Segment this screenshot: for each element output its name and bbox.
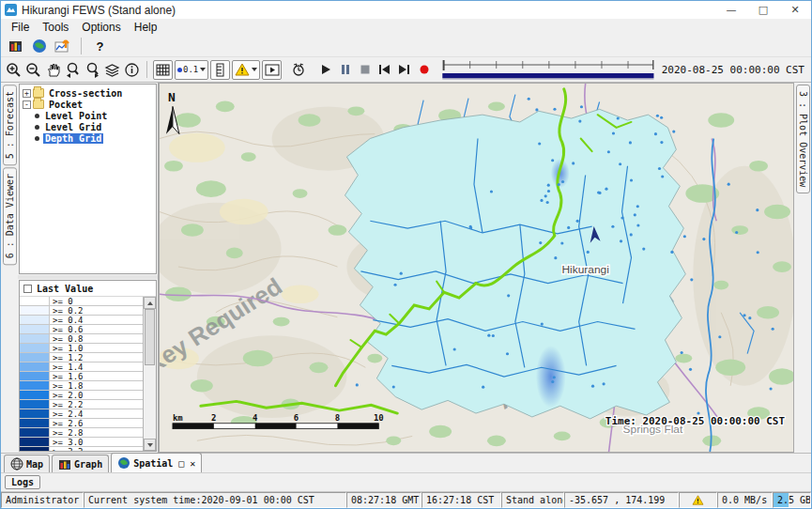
- animation-player-icon[interactable]: [262, 60, 282, 80]
- panel-close-icon[interactable]: ✕: [190, 458, 195, 469]
- menu-file[interactable]: File: [5, 20, 36, 35]
- maximize-icon[interactable]: □: [747, 1, 779, 19]
- legend-row: >= 0.6: [20, 325, 143, 334]
- thresholds-warning-dropdown[interactable]: [232, 60, 260, 80]
- tab-map[interactable]: Map: [4, 455, 50, 472]
- play-button[interactable]: [315, 60, 335, 80]
- map-canvas[interactable]: API Key Required API Key Required: [160, 84, 793, 452]
- legend-label: >= 0.2: [50, 306, 143, 315]
- last-value-checkbox[interactable]: [23, 285, 32, 293]
- explorer-icon[interactable]: [6, 37, 25, 56]
- status-warning-cell[interactable]: [679, 492, 717, 508]
- legend-label: >= 1.6: [50, 372, 143, 380]
- left-tab-strip: 5 : Forecast 6 : Data Viewer: [1, 83, 18, 453]
- legend-label: >= 0.6: [50, 325, 143, 333]
- bar-chart-icon: [58, 458, 71, 470]
- zoom-previous-icon[interactable]: [63, 60, 83, 80]
- legend-label: >= 1.2: [50, 353, 143, 362]
- warning-icon: [235, 63, 250, 76]
- zoom-in-icon[interactable]: [4, 60, 23, 80]
- scroll-up-icon[interactable]: [144, 297, 156, 309]
- minimize-icon[interactable]: —: [715, 1, 747, 19]
- time-slider[interactable]: [441, 58, 655, 81]
- tree-item-label: Cross-section: [47, 88, 124, 99]
- panel-splitter[interactable]: [18, 275, 158, 279]
- tree-item-label: Level Point: [43, 111, 109, 121]
- globe-icon: [117, 456, 130, 470]
- tab-data-viewer[interactable]: 6 : Data Viewer: [3, 167, 17, 265]
- grid-layer-icon[interactable]: [153, 60, 173, 80]
- legend-swatch: [20, 344, 50, 352]
- gauge-scale-icon[interactable]: [210, 60, 230, 80]
- pause-button[interactable]: [335, 60, 355, 80]
- legend-row: >= 1.8: [20, 381, 143, 391]
- tab-forecast[interactable]: 5 : Forecast: [3, 85, 17, 165]
- legend-label: >= 2.6: [50, 419, 143, 427]
- chevron-down-icon: [200, 68, 206, 71]
- app-toolbar: ?: [1, 36, 811, 57]
- logs-button[interactable]: Logs: [5, 475, 40, 489]
- legend-scrollbar[interactable]: [143, 297, 156, 451]
- tab-label: Spatial: [133, 458, 173, 469]
- expand-icon[interactable]: +: [23, 89, 31, 98]
- legend-row: >= 3.2: [20, 447, 143, 451]
- tab-graph[interactable]: Graph: [52, 455, 109, 472]
- menu-tools[interactable]: Tools: [36, 20, 75, 35]
- panel-maximize-icon[interactable]: □: [178, 458, 184, 469]
- legend-swatch: [20, 372, 50, 380]
- scroll-track[interactable]: [144, 309, 156, 439]
- dot-icon: [177, 68, 182, 72]
- contour-threshold-dropdown[interactable]: 0.1: [175, 60, 208, 80]
- step-forward-button[interactable]: [394, 60, 414, 80]
- record-button[interactable]: [414, 60, 434, 80]
- scroll-down-icon[interactable]: [144, 439, 156, 451]
- legend-swatch: [20, 438, 50, 446]
- layers-tree: + Cross-section - Pocket Level Point: [19, 84, 157, 274]
- menu-help[interactable]: Help: [128, 20, 164, 35]
- legend-label: >= 0: [50, 297, 143, 305]
- legend-rows: >= 0 >= 0.2 >= 0.4 >= 0.6 >= 0.8 >= 1.0 …: [20, 297, 143, 451]
- status-mode: Stand alone: [501, 492, 564, 508]
- tree-item-label: Level Grid: [43, 122, 103, 132]
- status-coordinates: -35.657 , 174.199: [564, 492, 679, 508]
- legend-swatch: [20, 316, 50, 324]
- svg-text:km: km: [173, 413, 183, 423]
- help-button[interactable]: ?: [90, 37, 110, 56]
- animation-clock-icon[interactable]: [288, 60, 308, 80]
- legend-row: >= 0.8: [20, 334, 143, 344]
- legend-row: >= 1.0: [20, 344, 143, 353]
- legend-row: >= 0.4: [20, 316, 143, 325]
- legend-row: >= 1.6: [20, 372, 143, 381]
- title-bar[interactable]: Hikurangi FEWS (Stand alone) — □ ✕: [1, 1, 811, 19]
- tab-plot-overview[interactable]: 3 : Plot Overview: [796, 85, 810, 193]
- collapse-icon[interactable]: -: [23, 100, 31, 109]
- memory-label: 2.5 GB: [777, 495, 811, 505]
- tree-item-level-grid[interactable]: Level Grid: [20, 121, 156, 132]
- spatial-display-icon[interactable]: [53, 37, 72, 56]
- pan-hand-icon[interactable]: [43, 60, 63, 80]
- globe-icon[interactable]: [29, 37, 49, 56]
- legend-swatch: [20, 306, 50, 315]
- legend-label: >= 0.8: [50, 334, 143, 343]
- stop-button[interactable]: [355, 60, 375, 80]
- legend-swatch: [20, 334, 50, 343]
- tree-item-depth-grid[interactable]: Depth Grid: [20, 132, 156, 144]
- close-icon[interactable]: ✕: [779, 1, 811, 19]
- tree-item-pocket[interactable]: - Pocket: [20, 99, 156, 110]
- legend-swatch: [20, 409, 50, 418]
- chevron-down-icon: [252, 68, 257, 71]
- info-icon[interactable]: [122, 60, 142, 80]
- scroll-thumb[interactable]: [145, 309, 155, 365]
- step-back-button[interactable]: [375, 60, 394, 80]
- legend-row: >= 0.2: [20, 306, 143, 316]
- zoom-next-icon[interactable]: [83, 60, 102, 80]
- menu-options[interactable]: Options: [75, 20, 127, 35]
- tab-spatial[interactable]: Spatial □ ✕: [111, 453, 202, 472]
- tab-label: Map: [26, 459, 43, 470]
- zoom-out-icon[interactable]: [23, 60, 43, 80]
- tree-item-level-point[interactable]: Level Point: [20, 110, 156, 121]
- legend-label: >= 1.4: [50, 362, 143, 371]
- layers-icon[interactable]: [102, 60, 122, 80]
- status-gmt-time: 08:27:18 GMT: [346, 492, 421, 508]
- map-view[interactable]: API Key Required API Key Required: [159, 83, 794, 453]
